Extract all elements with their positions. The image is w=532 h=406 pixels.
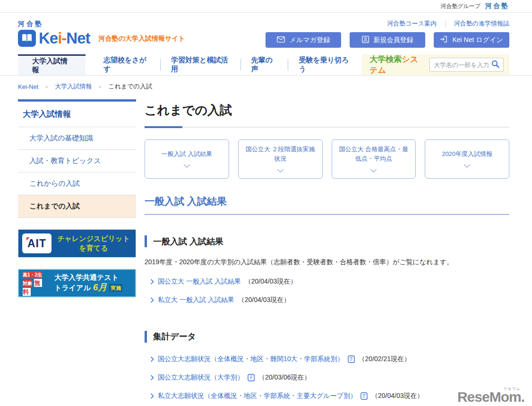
breadcrumb-nyushi-joho[interactable]: 大学入試情報 [55,82,92,91]
kokkouritsu-shigan-daigakubetsu-link[interactable]: 国公立大志願状況（大学別） [158,373,244,382]
heading-bar [145,331,147,343]
pdf-file-icon[interactable] [348,355,355,363]
trial-month-suffix: 実施 [109,284,122,292]
main-content: これまでの入試 一般入試 入試結果 国公立大 ２段階選抜実施状況 国公立大 合格… [145,99,509,406]
search-system-green: 大学検索 [369,55,402,64]
top-bar: 河合塾グループ 河合塾 [0,0,532,13]
general-results-description: 2019年度・2020年度の大学別の入試結果（志願者数・受験者数・合格者数・倍率… [145,257,509,267]
jump-box-label: 2020年度入試情報 [442,149,492,159]
resemom-text: ReseMom. [457,389,524,405]
chevron-down-icon [370,166,377,175]
sidebar-heading[interactable]: 大学入試情報 [18,102,136,127]
link-row: 私立大志願状況（全体概況・地区・学部系統・主要大グループ別） （20/04/03… [145,392,509,400]
university-search-input[interactable] [434,61,489,69]
tab-senpai-no-koe[interactable]: 先輩の声 [241,54,288,75]
general-results-heading: 一般入試 入試結果 [145,235,509,247]
jump-box-label: 一般入試 入試結果 [162,149,213,159]
trial-banner-text: 大学入学共通テスト トライアル 6月 実施 [54,273,122,294]
ait-logo: AIT [22,233,51,253]
link-date: （20/04/03現在） [238,296,291,304]
sidebar-item-topics[interactable]: 入試・教育トピックス [18,150,136,173]
pdf-file-icon[interactable] [248,374,255,381]
course-guide-link[interactable]: 河合塾コース案内 [387,19,437,28]
title-rule [145,126,509,128]
summary-data-block: 集計データ 国公立大志願状況（全体概況・地区・難関10大・学部系統別） （20/… [145,331,509,406]
page: 河合塾グループ 河合塾 河合塾 Kei-Net 河合塾の大学入試情報サイト 河合… [0,0,532,406]
pdf-file-icon[interactable] [360,392,368,400]
link-row: 国公立大 一般入試 入試結果 （20/04/03現在） [145,277,509,286]
main-nav: 大学入試情報 志望校をさがす 学習対策と模試活用 先輩の声 受験を乗り切ろう 大… [0,54,532,76]
signup-label: 新規会員登録 [374,36,413,44]
link-date: （20/04/03現在） [371,392,424,400]
site-header: 河合塾 Kei-Net 河合塾の大学入試情報サイト 河合塾コース案内 ｜ 河合塾… [0,13,532,54]
sidebar-item-kiso-chishiki[interactable]: 大学入試の基礎知識 [18,127,136,150]
link-row: 国公立大志願状況（全体概況・地区・難関10大・学部系統別） （20/02/21現… [145,355,509,363]
chevron-down-icon [277,166,284,175]
logo-part-ke: Ke [39,29,58,47]
chevron-right-icon [150,279,154,285]
general-results-heading-text: 一般入試 入試結果 [153,236,223,247]
magazine-link[interactable]: 河合塾の進学情報誌 [454,19,509,28]
ait-banner-text: チャレンジスピリット を育てる [55,234,132,253]
tab-daigaku-nyushi-joho[interactable]: 大学入試情報 [18,54,86,75]
shiritsu-shigan-zentai-link[interactable]: 私立大志願状況（全体概況・地区・学部系統・主要大グループ別） [158,392,357,400]
summary-data-heading-text: 集計データ [153,331,196,342]
sidebar-item-koremade[interactable]: これまでの入試 [18,195,136,218]
kyotsu-test-trial-banner[interactable]: 高1・2生対象 無料 大学入学共通テスト トライアル 6月 実施 [18,269,136,297]
signup-button[interactable]: 新規会員登録 [350,32,425,48]
jump-box-gokaku-ten[interactable]: 国公立大 合格最高点・最低点・平均点 [332,139,416,179]
tab-juken-norikirou[interactable]: 受験を乗り切ろう [288,54,362,75]
group-label: 河合塾グループ [440,2,481,10]
link-row: 国公立大志願状況（大学別） （20/03/06現在） [145,373,509,382]
general-results-block: 一般入試 入試結果 2019年度・2020年度の大学別の入試結果（志願者数・受験… [145,235,509,304]
tab-gakushu-taisaku[interactable]: 学習対策と模試活用 [161,54,240,75]
jump-link-boxes: 一般入試 入試結果 国公立大 ２段階選抜実施状況 国公立大 合格最高点・最低点・… [145,139,509,179]
breadcrumb-home[interactable]: Kei-Net [18,83,38,90]
keinet-logo-text: Kei-Net [39,29,90,47]
chevron-right-icon [150,393,154,399]
trial-line2: トライアル [54,283,91,293]
chevron-down-icon [463,161,471,171]
search-system-label[interactable]: 大学検索システム [369,54,424,76]
link-row: 私立大 一般入試 入試結果 （20/04/03現在） [145,296,509,304]
logo-part-i: i- [58,29,66,47]
jump-box-2020-nyushi-joho[interactable]: 2020年度入試情報 [425,139,509,179]
kokkouritsu-ippan-kekka-link[interactable]: 国公立大 一般入試 入試結果 [158,277,241,286]
ait-line2: を育てる [79,244,108,252]
jump-box-nidankai-senbatsu[interactable]: 国公立大 ２段階選抜実施状況 [238,139,323,179]
link-date: （20/03/06現在） [258,373,311,382]
book-icon [18,30,36,47]
chevron-down-icon [183,161,190,171]
logo-kanji: 河合塾 [18,20,90,28]
shiritsu-ippan-kekka-link[interactable]: 私立大 一般入試 入試結果 [158,296,234,304]
login-button[interactable]: Kei Net ログイン [434,32,509,48]
chevron-right-icon [150,297,154,303]
header-links: 河合塾コース案内 ｜ 河合塾の進学情報誌 [387,19,509,28]
ait-banner[interactable]: AIT チャレンジスピリット を育てる [18,229,136,258]
site-logo[interactable]: 河合塾 Kei-Net [18,20,90,47]
jump-box-label: 国公立大 ２段階選抜実施状況 [245,145,316,164]
breadcrumb-current: これまでの入試 [108,82,152,91]
trial-target-badge: 高1・2生対象 無料 [23,270,50,296]
breadcrumb-separator: ＞ [97,83,103,90]
mailmag-register-button[interactable]: メルマガ登録 [266,32,341,48]
kawaijuku-logo-link[interactable]: 河合塾 [485,2,509,10]
jump-box-label: 国公立大 合格最高点・最低点・平均点 [339,145,409,164]
search-icon[interactable] [491,60,499,70]
chevron-right-icon [150,375,154,380]
trial-month: 6月 [93,282,107,294]
link-date: （20/04/03現在） [245,277,297,286]
mailmag-register-label: メルマガ登録 [290,36,330,44]
sidebar-item-korekara[interactable]: これからの入試 [18,173,136,195]
search-box [429,58,504,72]
section-heading: 一般入試 入試結果 [145,195,509,215]
breadcrumb: Kei-Net ＞ 大学入試情報 ＞ これまでの入試 [0,76,532,96]
kokkouritsu-shigan-zentai-link[interactable]: 国公立大志願状況（全体概況・地区・難関10大・学部系統別） [158,355,344,363]
breadcrumb-separator: ＞ [44,83,49,90]
header-link-separator: ｜ [442,19,448,28]
sidebar: 大学入試情報 大学入試の基礎知識 入試・教育トピックス これからの入試 これまで… [18,99,136,406]
person-icon [362,36,369,44]
jump-box-ippan-nyushi[interactable]: 一般入試 入試結果 [145,139,229,179]
trial-line1: 大学入学共通テスト [54,273,119,281]
tab-shibokou-sagasu[interactable]: 志望校をさがす [93,54,160,75]
